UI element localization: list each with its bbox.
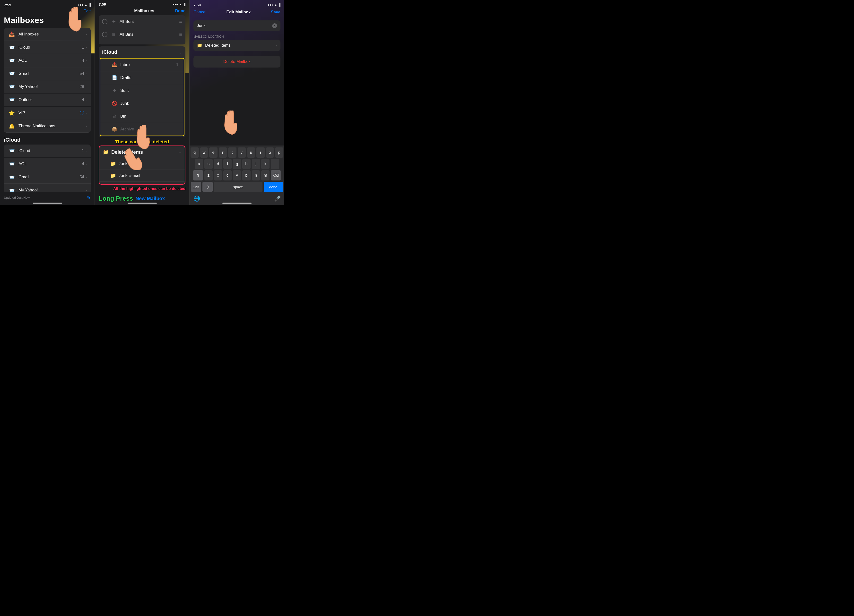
list-item-aol-sub[interactable]: 📨 AOL 4 › bbox=[4, 158, 91, 170]
add-mailbox-link[interactable]: Add Mailbox... bbox=[102, 44, 128, 44]
deleted-items-header[interactable]: 📁 Deleted Items ⌄ bbox=[99, 146, 185, 158]
add-mailbox-row[interactable]: Add Mailbox... bbox=[99, 41, 185, 44]
list-item-thread-notifications[interactable]: 🔔 Thread Notifications › bbox=[4, 120, 91, 132]
deleted-sent-items-row[interactable]: 📁 Sent Items bbox=[99, 182, 185, 185]
all-sent-reorder[interactable]: ≡ bbox=[179, 19, 182, 24]
drafts-row[interactable]: 📄 Drafts bbox=[101, 71, 184, 84]
key-o[interactable]: o bbox=[266, 148, 274, 158]
all-sent-radio[interactable] bbox=[102, 19, 107, 24]
p2-done-button[interactable]: Done bbox=[175, 9, 185, 14]
key-done[interactable]: done bbox=[264, 182, 283, 192]
save-button[interactable]: Save bbox=[271, 10, 281, 15]
inbox-count: 1 bbox=[176, 62, 178, 67]
archive-label: Archive bbox=[120, 127, 180, 132]
list-item-outlook[interactable]: 📨 Outlook 4 › bbox=[4, 94, 91, 106]
inbox-row[interactable]: 📥 Inbox 1 bbox=[101, 59, 184, 71]
key-b[interactable]: b bbox=[242, 170, 250, 181]
keyboard-row1: q w e r t y u i o p bbox=[191, 148, 284, 158]
all-sent-row[interactable]: ✈ All Sent ≡ bbox=[99, 15, 185, 28]
key-j[interactable]: j bbox=[252, 159, 260, 169]
list-item-vip[interactable]: ⭐ VIP ⓘ › bbox=[4, 106, 91, 120]
key-shift[interactable]: ⇧ bbox=[193, 170, 203, 181]
list-item-gmail[interactable]: 📨 Gmail 54 › bbox=[4, 67, 91, 80]
cancel-button[interactable]: Cancel bbox=[194, 10, 206, 15]
keyboard-row3: ⇧ z x c v b n m ⌫ bbox=[191, 170, 284, 181]
key-p[interactable]: p bbox=[275, 148, 284, 158]
key-r[interactable]: r bbox=[219, 148, 227, 158]
annotation-pink-container: All the highlighted ones can be deleted bbox=[99, 187, 185, 191]
inbox-label: Inbox bbox=[120, 62, 176, 67]
mailbox-location-label: MAILBOX LOCATION bbox=[194, 35, 281, 38]
key-backspace[interactable]: ⌫ bbox=[271, 170, 281, 181]
key-n[interactable]: n bbox=[252, 170, 260, 181]
aol-label: AOL bbox=[18, 58, 82, 63]
delete-mailbox-button[interactable]: Delete Mailbox bbox=[223, 59, 250, 64]
clear-input-button[interactable]: ✕ bbox=[272, 23, 277, 28]
list-item-icloud[interactable]: 📨 iCloud 1 › bbox=[4, 41, 91, 54]
junk-row[interactable]: 🚫 Junk bbox=[101, 97, 184, 110]
mailbox-location-row[interactable]: 📁 Deleted Items › bbox=[194, 40, 281, 51]
new-mailbox-text: New Mailbox bbox=[136, 196, 165, 201]
key-f[interactable]: f bbox=[223, 159, 232, 169]
key-t[interactable]: t bbox=[228, 148, 236, 158]
gmail-sub-label: Gmail bbox=[18, 175, 79, 179]
key-u[interactable]: u bbox=[247, 148, 255, 158]
aol-chevron: › bbox=[85, 59, 87, 62]
mic-icon[interactable]: 🎤 bbox=[272, 193, 282, 204]
list-item-icloud-sub[interactable]: 📨 iCloud 1 › bbox=[4, 144, 91, 157]
edit-button-p1[interactable]: Edit bbox=[84, 9, 91, 14]
bin-row[interactable]: 🗑 Bin bbox=[101, 110, 184, 123]
key-123[interactable]: 123 bbox=[191, 182, 201, 192]
key-e[interactable]: e bbox=[209, 148, 218, 158]
key-g[interactable]: g bbox=[233, 159, 241, 169]
icloud-section-header[interactable]: iCloud ⌄ bbox=[99, 46, 185, 58]
key-v[interactable]: v bbox=[233, 170, 241, 181]
list-item-all-inboxes[interactable]: 📥 All Inboxes › bbox=[4, 28, 91, 41]
mailboxes-title: Mailboxes bbox=[0, 15, 95, 28]
all-bins-radio[interactable] bbox=[102, 32, 107, 37]
key-emoji[interactable]: ☺ bbox=[203, 182, 213, 192]
key-h[interactable]: h bbox=[242, 159, 250, 169]
list-item-yahoo[interactable]: 📨 My Yahoo! 28 › bbox=[4, 81, 91, 93]
icloud-icon: 📨 bbox=[8, 44, 15, 51]
mailbox-name-input[interactable] bbox=[197, 23, 272, 28]
gmail-chevron: › bbox=[85, 71, 87, 76]
drafts-icon: 📄 bbox=[111, 75, 118, 81]
annotation-yellow-text: These cannot be deleted bbox=[115, 139, 169, 144]
key-q[interactable]: q bbox=[191, 148, 199, 158]
gmail-sub-icon: 📨 bbox=[8, 173, 15, 181]
key-x[interactable]: x bbox=[214, 170, 222, 181]
annotation-yellow-container: These cannot be deleted bbox=[99, 139, 185, 144]
globe-icon[interactable]: 🌐 bbox=[192, 193, 202, 204]
all-bins-row[interactable]: 🗑 All Bins ≡ bbox=[99, 28, 185, 41]
key-y[interactable]: y bbox=[238, 148, 246, 158]
delete-mailbox-section[interactable]: Delete Mailbox bbox=[194, 56, 281, 67]
footer-updated-text: Updated Just Now bbox=[4, 196, 30, 199]
key-d[interactable]: d bbox=[214, 159, 222, 169]
deleted-junk-row[interactable]: 📁 Junk bbox=[99, 158, 185, 170]
key-s[interactable]: s bbox=[204, 159, 213, 169]
key-z[interactable]: z bbox=[204, 170, 213, 181]
compose-icon[interactable]: ✎ bbox=[87, 195, 91, 201]
archive-row[interactable]: 📦 Archive bbox=[101, 123, 184, 135]
top-section: ✈ All Sent ≡ 🗑 All Bins ≡ Add Mailbox... bbox=[99, 15, 185, 44]
all-sent-icon: ✈ bbox=[110, 18, 117, 25]
key-l[interactable]: l bbox=[271, 159, 279, 169]
all-bins-reorder[interactable]: ≡ bbox=[179, 32, 182, 37]
key-w[interactable]: w bbox=[200, 148, 208, 158]
status-time-p2: 7:59 bbox=[99, 2, 106, 6]
signal-icon: ●●● bbox=[78, 3, 83, 6]
deleted-items-folder-icon: 📁 bbox=[103, 149, 109, 155]
key-k[interactable]: k bbox=[261, 159, 270, 169]
key-c[interactable]: c bbox=[223, 170, 232, 181]
key-space[interactable]: space bbox=[214, 182, 262, 192]
deleted-junk-email-row[interactable]: 📁 Junk E-mail bbox=[99, 170, 185, 182]
key-a[interactable]: a bbox=[195, 159, 203, 169]
panel-edit-mailboxes: 7:59 ●●● ▲ ▐ Mailboxes Done ✈ All Sent ≡ bbox=[95, 0, 189, 205]
key-i[interactable]: i bbox=[256, 148, 265, 158]
list-item-aol[interactable]: 📨 AOL 4 › bbox=[4, 54, 91, 67]
sent-row[interactable]: ✈ Sent bbox=[101, 84, 184, 97]
key-m[interactable]: m bbox=[261, 170, 270, 181]
list-item-gmail-sub[interactable]: 📨 Gmail 54 › bbox=[4, 171, 91, 184]
junk-label: Junk bbox=[120, 101, 180, 106]
